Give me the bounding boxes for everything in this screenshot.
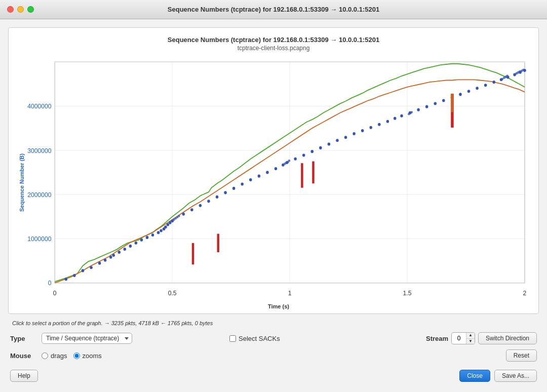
reset-button[interactable]: Reset xyxy=(506,349,537,362)
help-button[interactable]: Help xyxy=(10,370,38,382)
save-as-button[interactable]: Save As... xyxy=(494,370,537,382)
svg-text:0: 0 xyxy=(48,279,52,287)
switch-direction-button[interactable]: Switch Direction xyxy=(478,332,537,344)
svg-point-80 xyxy=(476,87,479,90)
svg-text:1000000: 1000000 xyxy=(27,235,51,243)
svg-point-63 xyxy=(336,139,339,142)
svg-rect-91 xyxy=(312,162,314,184)
svg-point-62 xyxy=(328,143,331,146)
svg-point-51 xyxy=(241,182,244,185)
stream-input-wrap: ▲ ▼ xyxy=(451,332,475,344)
svg-point-31 xyxy=(124,248,127,251)
svg-point-40 xyxy=(164,225,167,228)
title-bar: Sequence Numbers (tcptrace) for 192.168.… xyxy=(0,0,547,19)
info-bar: Click to select a portion of the graph. … xyxy=(8,318,539,328)
svg-point-52 xyxy=(249,178,252,181)
svg-point-65 xyxy=(353,132,356,135)
chart-subtitle: tcptrace-client-loss.pcapng xyxy=(17,45,530,52)
svg-text:0.5: 0.5 xyxy=(168,289,177,297)
controls-area: Type Time / Sequence (tcptrace) Time / S… xyxy=(8,328,539,366)
stream-up-button[interactable]: ▲ xyxy=(466,333,475,339)
zooms-radio[interactable] xyxy=(73,352,80,359)
svg-point-71 xyxy=(400,114,403,117)
y-axis-label: Sequence Number (B) xyxy=(17,56,27,309)
minimize-button[interactable] xyxy=(17,6,24,13)
svg-point-41 xyxy=(167,223,170,226)
svg-point-50 xyxy=(232,187,236,190)
window-title: Sequence Numbers (tcptrace) for 192.168.… xyxy=(168,6,379,13)
chart-container: Sequence Number (B) xyxy=(17,56,530,309)
svg-point-59 xyxy=(302,153,305,156)
svg-point-27 xyxy=(104,259,107,262)
maximize-button[interactable] xyxy=(27,6,34,13)
chart-inner: 0 1000000 2000000 3000000 4000000 0 0.5 … xyxy=(27,56,530,309)
svg-point-36 xyxy=(151,233,154,237)
svg-point-82 xyxy=(492,81,495,84)
traffic-lights[interactable] xyxy=(7,6,34,13)
svg-point-42 xyxy=(169,221,172,224)
svg-point-49 xyxy=(224,191,227,194)
svg-point-78 xyxy=(459,93,462,96)
bottom-left: Help xyxy=(10,370,38,382)
svg-point-26 xyxy=(98,262,101,265)
drags-radio[interactable] xyxy=(42,352,48,359)
drags-radio-label[interactable]: drags xyxy=(42,352,67,360)
svg-text:2000000: 2000000 xyxy=(27,190,51,199)
svg-point-104 xyxy=(411,111,413,113)
svg-point-69 xyxy=(386,120,389,123)
svg-point-54 xyxy=(266,171,269,174)
stream-arrows: ▲ ▼ xyxy=(466,333,475,344)
select-sacks-checkbox[interactable] xyxy=(229,335,236,342)
type-select[interactable]: Time / Sequence (tcptrace) Time / Sequen… xyxy=(42,333,132,344)
svg-point-45 xyxy=(190,208,193,211)
svg-rect-89 xyxy=(217,234,219,252)
svg-point-73 xyxy=(417,108,420,111)
bottom-right: Close Save As... xyxy=(459,370,537,382)
mouse-label: Mouse xyxy=(10,352,35,360)
svg-point-74 xyxy=(425,105,428,108)
svg-text:3000000: 3000000 xyxy=(27,146,51,154)
svg-point-38 xyxy=(160,229,163,232)
control-row-2: Mouse drags zooms Reset xyxy=(10,349,537,362)
svg-point-29 xyxy=(112,254,115,257)
svg-point-58 xyxy=(294,158,297,161)
svg-point-33 xyxy=(135,242,138,245)
svg-point-97 xyxy=(178,215,180,217)
svg-point-47 xyxy=(207,200,210,203)
svg-point-60 xyxy=(311,150,314,153)
svg-point-53 xyxy=(258,175,261,178)
svg-point-67 xyxy=(369,126,372,129)
svg-text:2: 2 xyxy=(523,289,527,297)
svg-point-109 xyxy=(506,75,509,77)
svg-point-101 xyxy=(288,160,290,162)
stream-down-button[interactable]: ▼ xyxy=(466,339,475,344)
svg-point-23 xyxy=(73,274,76,277)
svg-point-70 xyxy=(394,117,397,120)
svg-point-34 xyxy=(140,239,143,242)
close-button[interactable] xyxy=(7,6,14,13)
chart-svg[interactable]: 0 1000000 2000000 3000000 4000000 0 0.5 … xyxy=(27,56,530,301)
svg-point-79 xyxy=(467,90,471,93)
svg-point-22 xyxy=(65,278,68,281)
stream-label: Stream xyxy=(426,335,448,342)
svg-point-46 xyxy=(199,204,202,207)
svg-point-32 xyxy=(129,245,132,248)
svg-point-24 xyxy=(82,269,85,272)
svg-rect-88 xyxy=(192,243,194,264)
x-axis-label: Time (s) xyxy=(27,301,530,309)
stream-input[interactable] xyxy=(452,335,466,342)
svg-rect-90 xyxy=(301,163,303,188)
close-button[interactable]: Close xyxy=(459,370,490,382)
svg-point-64 xyxy=(344,136,347,139)
zooms-radio-label[interactable]: zooms xyxy=(73,352,102,360)
svg-point-30 xyxy=(118,251,121,254)
svg-point-61 xyxy=(319,146,322,149)
svg-point-75 xyxy=(434,102,437,105)
svg-text:4000000: 4000000 xyxy=(27,102,51,110)
svg-point-35 xyxy=(146,236,149,239)
svg-point-66 xyxy=(361,129,364,132)
svg-point-48 xyxy=(216,195,219,199)
info-text: Click to select a portion of the graph. … xyxy=(12,320,213,326)
select-sacks-label[interactable]: Select SACKs xyxy=(229,335,280,342)
chart-area[interactable]: Sequence Numbers (tcptrace) for 192.168.… xyxy=(8,27,539,314)
